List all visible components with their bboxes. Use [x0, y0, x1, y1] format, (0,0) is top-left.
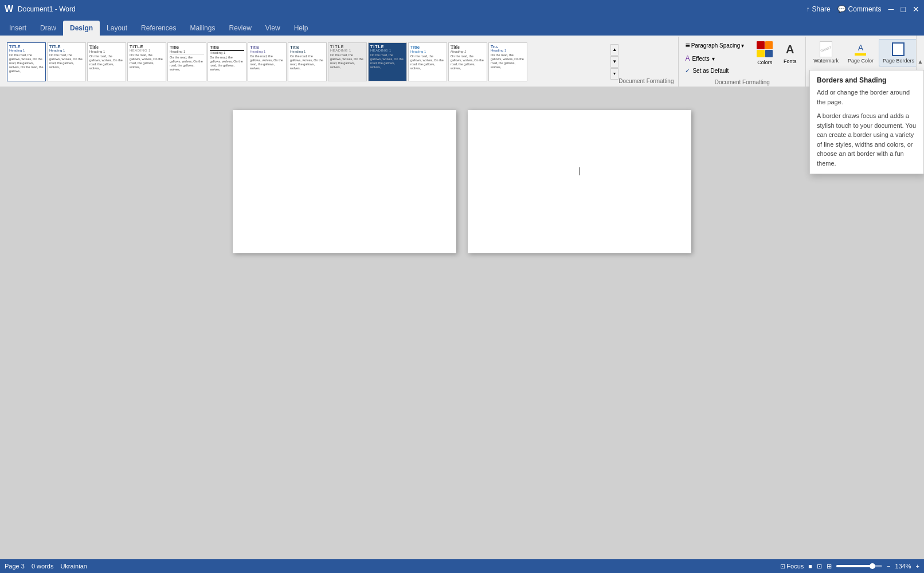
zoom-level: 134% [895, 563, 911, 570]
theme-item-6[interactable]: Title Heading 1 On the road, the gallows… [207, 42, 246, 81]
title-bar-right: ↑ Share 💬 Comments ─ □ ✕ [806, 5, 919, 14]
paragraph-spacing-label: Paragraph Spacing [691, 42, 741, 49]
theme-item-7[interactable]: Title Heading 1 On the road, the gallows… [248, 42, 287, 81]
text-cursor [580, 167, 580, 175]
tab-view[interactable]: View [259, 21, 287, 36]
tab-layout[interactable]: Layout [100, 21, 134, 36]
zoom-slider[interactable] [836, 565, 882, 567]
tab-help[interactable]: Help [287, 21, 315, 36]
tooltip-desc2: A border draws focus and adds a stylish … [817, 111, 917, 168]
status-bar-left: Page 3 0 words Ukrainian [5, 563, 87, 570]
status-bar-right: ⊡ Focus ■ ⊡ ⊞ − 134% + [780, 563, 919, 570]
paragraph-spacing-container: ≡ Paragraph Spacing ▾ A Effects ▾ ✓ Set … [682, 39, 747, 76]
tab-review[interactable]: Review [222, 21, 258, 36]
theme-item-2[interactable]: TITLE Heading 1 On the road, the gallows… [47, 42, 86, 81]
theme-item-9[interactable]: TITLE HEADING 1 On the road, the gallows… [328, 42, 367, 81]
document-area [0, 87, 924, 559]
colors-group-label: Document Formatting [682, 79, 802, 87]
web-layout-button[interactable]: ⊞ [827, 563, 832, 570]
effects-dropdown-arrow: ▾ [712, 56, 715, 62]
colors-fonts-container: Colors A Fonts [753, 39, 802, 68]
fonts-label: Fonts [784, 58, 797, 64]
gallery-scroll-down[interactable]: ▼ [610, 56, 618, 68]
title-bar-left: W Document1 - Word [5, 4, 76, 14]
title-bar: W Document1 - Word ↑ Share 💬 Comments ─ … [0, 0, 924, 18]
minimize-button[interactable]: ─ [888, 5, 894, 14]
page-borders-label: Page Borders [883, 58, 914, 64]
theme-item-5[interactable]: Title Heading 1 On the road, the gallows… [167, 42, 206, 81]
effects-icon: A [685, 54, 690, 62]
fonts-icon: A [782, 41, 798, 57]
ribbon-tabs: Insert Draw Design Layout References Mai… [0, 18, 924, 36]
colors-label: Colors [757, 60, 772, 65]
word-count: 0 words [32, 563, 54, 570]
close-button[interactable]: ✕ [913, 5, 919, 14]
zoom-slider-thumb [870, 563, 875, 569]
theme-item-12[interactable]: Title Heading 1 On the road, the gallows… [448, 42, 487, 81]
tooltip-popup: Borders and Shading Add or change the bo… [809, 70, 924, 174]
status-bar: Page 3 0 words Ukrainian ⊡ Focus ■ ⊡ ⊞ − [0, 559, 924, 573]
paragraph-spacing-button[interactable]: ≡ Paragraph Spacing ▾ [682, 39, 747, 52]
focus-icon: ⊡ [780, 563, 785, 570]
tab-design[interactable]: Design [63, 21, 100, 36]
themes-gallery: TITLE Heading 1 On the road, the gallows… [7, 38, 609, 85]
effects-button[interactable]: A Effects ▾ [682, 53, 747, 64]
watermark-label: Watermark [813, 58, 839, 64]
theme-item-3[interactable]: Title Heading 1 On the road, the gallows… [87, 42, 126, 81]
app-logo: W [5, 4, 13, 14]
tab-references[interactable]: References [134, 21, 183, 36]
focus-button[interactable]: ⊡ Focus [780, 563, 804, 570]
tooltip-desc1: Add or change the border around the page… [817, 88, 917, 107]
document-title: Document1 - Word [18, 5, 75, 13]
theme-item-11[interactable]: Title Heading 1 On the road, the gallows… [408, 42, 447, 81]
read-mode-button[interactable]: ■ [808, 563, 812, 570]
gallery-more[interactable]: ▾ [610, 68, 618, 80]
language: Ukrainian [60, 563, 87, 570]
colors-swatch-icon [757, 41, 773, 57]
comments-button[interactable]: 💬 Comments [837, 5, 882, 13]
tab-mailings[interactable]: Mailings [183, 21, 222, 36]
effects-label: Effects [692, 56, 709, 62]
colors-fonts-effects-group: ≡ Paragraph Spacing ▾ A Effects ▾ ✓ Set … [679, 37, 806, 87]
tab-draw[interactable]: Draw [33, 21, 63, 36]
set-as-default-icon: ✓ [685, 67, 690, 74]
web-layout-icon: ⊞ [827, 563, 832, 570]
print-layout-icon: ⊡ [817, 563, 822, 570]
page-1 [233, 110, 456, 253]
fonts-button[interactable]: A Fonts [778, 39, 802, 66]
zoom-in-button[interactable]: + [916, 563, 919, 570]
zoom-out-button[interactable]: − [887, 563, 890, 570]
ribbon: TITLE Heading 1 On the road, the gallows… [0, 36, 924, 87]
set-as-default-label: Set as Default [692, 68, 729, 74]
page-borders-icon [890, 41, 906, 57]
paragraph-spacing-dropdown-arrow: ▾ [741, 42, 744, 49]
maximize-button[interactable]: □ [901, 5, 906, 14]
theme-item-tru[interactable]: Tru- Heading 1 On the road, the gallows,… [488, 42, 527, 81]
page-count: Page 3 [5, 563, 25, 570]
theme-item-default[interactable]: TITLE Heading 1 On the road, the gallows… [7, 42, 46, 81]
document-formatting-section: TITLE Heading 1 On the road, the gallows… [2, 37, 679, 87]
theme-item-4[interactable]: TITLE HEADING 1 On the road, the gallows… [127, 42, 166, 81]
gallery-scroll-up[interactable]: ▲ [610, 44, 618, 56]
share-button[interactable]: ↑ Share [806, 5, 831, 13]
page-color-icon: A [852, 41, 868, 57]
print-layout-button[interactable]: ⊡ [817, 563, 822, 570]
comments-icon: 💬 [837, 5, 846, 13]
share-icon: ↑ [806, 5, 810, 13]
focus-label: Focus [786, 563, 804, 570]
read-mode-icon: ■ [808, 563, 812, 570]
gallery-scroll: ▲ ▼ ▾ [610, 38, 618, 85]
colors-button[interactable]: Colors [753, 39, 777, 68]
theme-item-8[interactable]: Title Heading 1 On the road, the gallows… [288, 42, 327, 81]
tooltip-title: Borders and Shading [817, 76, 917, 84]
paragraph-spacing-icon: ≡ [685, 41, 690, 50]
watermark-button[interactable]: DRAFT Watermark [809, 39, 843, 66]
theme-item-10[interactable]: TITLE HEADING 1 On the road, the gallows… [368, 42, 407, 81]
page-borders-button[interactable]: Page Borders [879, 39, 918, 66]
watermark-icon: DRAFT [818, 41, 834, 57]
tab-insert[interactable]: Insert [2, 21, 33, 36]
set-as-default-button[interactable]: ✓ Set as Default [682, 65, 747, 76]
page-color-button[interactable]: A Page Color [844, 39, 878, 66]
page-color-label: Page Color [848, 58, 874, 64]
collapse-icon: ▲ [918, 58, 923, 65]
